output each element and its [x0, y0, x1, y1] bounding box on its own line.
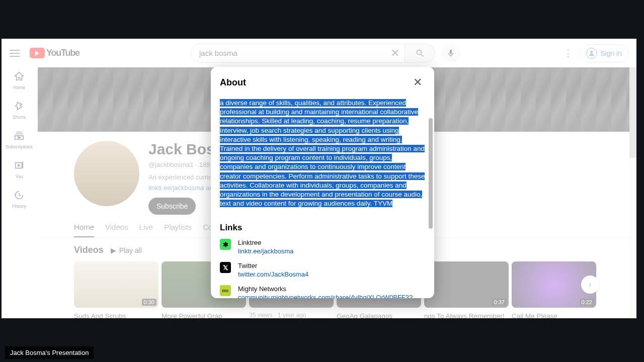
- link-row[interactable]: 𝕏Twittertwitter.com/JackBosma4: [220, 262, 425, 278]
- links-heading: Links: [220, 223, 425, 233]
- link-url[interactable]: linktr.ee/jackbosma: [238, 247, 294, 255]
- link-name: Mighty Networks: [238, 285, 425, 293]
- link-icon: ✱: [220, 239, 231, 250]
- link-url[interactable]: community.mightynetworks.com/share/4vIhq…: [238, 294, 425, 298]
- link-name: Twitter: [238, 262, 308, 269]
- about-modal: About ✕ a diverse range of skills, quali…: [211, 67, 434, 298]
- link-name: Linktree: [238, 239, 294, 246]
- presentation-caption: Jack Bosma's Presentation: [5, 346, 94, 359]
- modal-title: About: [220, 77, 246, 88]
- about-description-selected[interactable]: a diverse range of skills, qualities, an…: [220, 99, 425, 207]
- close-modal-button[interactable]: ✕: [410, 75, 425, 90]
- link-icon: mc: [220, 285, 231, 296]
- link-url[interactable]: twitter.com/JackBosma4: [238, 270, 308, 278]
- link-row[interactable]: ✱Linktreelinktr.ee/jackbosma: [220, 239, 425, 255]
- link-icon: 𝕏: [220, 262, 231, 273]
- link-row[interactable]: mcMighty Networkscommunity.mightynetwork…: [220, 285, 425, 298]
- modal-scrollbar[interactable]: [429, 118, 433, 229]
